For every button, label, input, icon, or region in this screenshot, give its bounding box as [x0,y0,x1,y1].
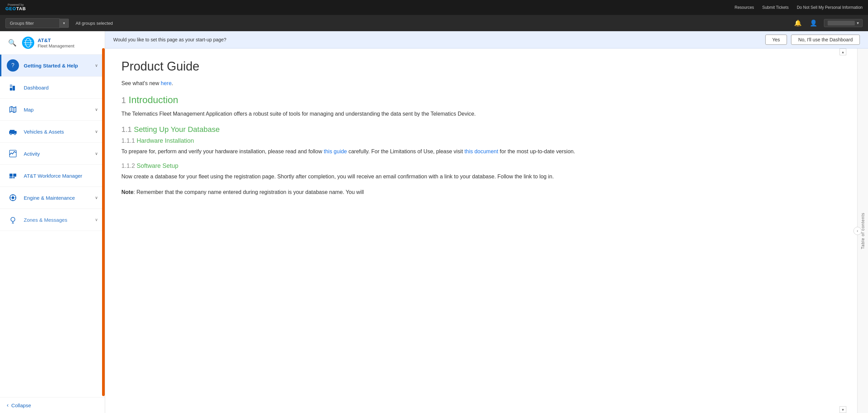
collapse-label: Collapse [11,402,31,408]
section-1: 1 Introduction The Telematics Fleet Mana… [121,95,841,118]
notification-button[interactable]: 🔔 [793,18,803,28]
section-1-heading: 1 Introduction [121,95,841,105]
sidebar-item-dashboard[interactable]: Dashboard [0,77,105,99]
user-dropdown[interactable]: ▾ [824,19,863,27]
groups-filter-input[interactable]: Groups filter [5,18,60,28]
nav-items-list: ? Getting Started & Help ∨ Dashboard Map… [0,55,105,231]
vehicles-expand-arrow: ∨ [95,129,98,134]
section-1-1-1-title: Hardware Installation [137,137,194,144]
scroll-down-arrow[interactable]: ▼ [840,406,846,413]
active-indicator [0,55,1,76]
submit-tickets-link[interactable]: Submit Tickets [762,5,789,10]
att-globe-svg [23,38,33,47]
section-1-1: 1.1 Setting Up Your Database [121,125,841,134]
sidebar-item-label-dashboard: Dashboard [24,85,98,91]
svg-rect-21 [11,177,13,178]
intro-paragraph: See what's new here. [121,80,841,86]
scroll-up-arrow[interactable]: ▲ [840,48,846,55]
username-display [828,21,855,25]
search-icon: 🔍 [8,39,17,46]
top-nav: Powered by GEOTAB Resources Submit Ticke… [0,0,868,15]
svg-rect-7 [10,84,12,87]
svg-rect-12 [10,130,15,132]
zones-expand-arrow: ∨ [95,217,98,222]
user-icon: 👤 [810,20,817,26]
workforce-icon [7,170,19,182]
svg-rect-28 [15,197,16,198]
engine-icon [7,192,19,204]
startup-banner-text: Would you like to set this page as your … [113,37,761,42]
svg-rect-26 [13,200,13,201]
svg-point-29 [11,217,15,221]
section-1-1-2-heading: 1.1.2 Software Setup [121,162,841,170]
sidebar-item-label-workforce: AT&T Workforce Manager [24,173,98,179]
main-layout: 🔍 AT&T Fleet Management [0,31,868,413]
startup-no-button[interactable]: No, I'll use the Dashboard [791,35,860,45]
engine-expand-arrow: ∨ [95,195,98,200]
svg-rect-19 [13,174,16,177]
intro-text-after: . [172,80,173,86]
resources-link[interactable]: Resources [735,5,754,10]
toc-label: Table of contents [861,213,865,249]
here-link[interactable]: here [161,80,172,86]
brand-text: AT&T Fleet Management [38,37,74,48]
user-profile-button[interactable]: 👤 [808,18,818,28]
section-1-1-heading: 1.1 Setting Up Your Database [121,125,841,134]
startup-yes-button[interactable]: Yes [765,35,787,45]
sidebar-item-vehicles-assets[interactable]: Vehicles & Assets ∨ [0,121,105,143]
do-not-sell-link[interactable]: Do Not Sell My Personal Information [797,5,863,10]
sidebar-item-zones[interactable]: Zones & Messages ∨ [0,209,105,231]
collapse-sidebar-button[interactable]: ‹ Collapse [0,397,105,413]
sidebar: 🔍 AT&T Fleet Management [0,31,105,413]
section-1-1-title: Setting Up Your Database [134,125,220,134]
section-1-1-2-note: Note: Remember that the company name ent… [121,188,841,197]
second-bar: Groups filter ▾ All groups selected 🔔 👤 … [0,15,868,31]
collapse-arrow-icon: ‹ [7,402,8,408]
dashboard-icon [7,81,19,94]
svg-point-15 [11,134,12,135]
all-groups-selected-text: All groups selected [76,21,113,26]
activity-icon [7,148,19,160]
svg-marker-8 [10,106,16,113]
search-button[interactable]: 🔍 [7,37,18,48]
sidebar-item-label-zones: Zones & Messages [24,217,95,223]
logo-area: Powered by GEOTAB [5,3,26,11]
svg-rect-18 [9,174,13,177]
section-1-1-2: 1.1.2 Software Setup Now create a databa… [121,162,841,196]
svg-point-16 [15,134,16,135]
activity-expand-arrow: ∨ [95,151,98,156]
brand-name: AT&T [38,37,74,43]
this-document-link[interactable]: this document [465,149,498,154]
note-label: Note [121,189,134,195]
sidebar-item-activity[interactable]: Activity ∨ [0,143,105,165]
sidebar-item-workforce[interactable]: AT&T Workforce Manager [0,165,105,187]
product-guide-title: Product Guide [121,59,841,74]
groups-filter-dropdown-arrow[interactable]: ▾ [60,19,69,28]
intro-text-before: See what's new [121,80,161,86]
toc-sidebar: ‹ Table of contents [857,48,868,413]
zones-icon [7,214,19,226]
notification-icon: 🔔 [794,20,802,26]
this-guide-link[interactable]: this guide [324,149,347,154]
sidebar-item-engine[interactable]: Engine & Maintenance ∨ [0,187,105,209]
note-text: : Remember that the company name entered… [134,189,364,195]
section-1-1-1-text2: carefully. For the Limitations of Use, p… [347,149,465,154]
section-1-1-1-body: To prepare for, perform and verify your … [121,147,841,156]
startup-banner: Would you like to set this page as your … [105,31,868,48]
sidebar-item-label-activity: Activity [24,151,95,157]
section-1-1-1-num: 1.1.1 [121,137,137,144]
sidebar-resize-handle[interactable] [102,48,105,396]
svg-rect-25 [13,194,13,196]
user-dropdown-arrow: ▾ [857,21,859,25]
main-content: Product Guide See what's new here. 1 Int… [105,48,857,413]
section-1-body: The Telematics Fleet Management Applicat… [121,110,841,118]
section-1-1-2-body: Now create a database for your fleet usi… [121,172,841,181]
sidebar-item-getting-started[interactable]: ? Getting Started & Help ∨ [0,55,105,77]
svg-rect-5 [10,88,12,91]
sidebar-item-label-map: Map [24,107,95,113]
brand-subtitle: Fleet Management [38,43,74,48]
svg-rect-6 [13,86,15,91]
getting-started-icon: ? [7,59,19,72]
sidebar-item-map[interactable]: Map ∨ [0,99,105,121]
section-1-1-1-text3: for the most up-to-date version. [498,149,575,154]
